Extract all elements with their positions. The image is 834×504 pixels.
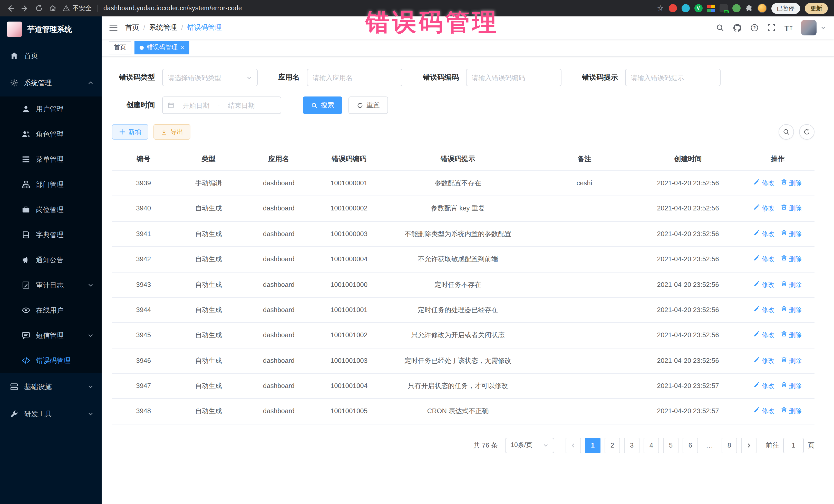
pager-more-icon[interactable]: ... [702,438,718,453]
row-actions: 修改删除 [741,221,814,247]
refresh-button[interactable] [799,124,814,139]
sidebar-item-post[interactable]: 岗位管理 [0,197,102,222]
error-type-select-input[interactable] [168,74,243,81]
hamburger-icon[interactable] [109,24,118,32]
edit-button[interactable]: 修改 [753,331,774,341]
delete-button[interactable]: 删除 [781,280,802,290]
extensions-puzzle-icon[interactable] [745,4,753,12]
extension-icon-grid[interactable] [707,4,715,12]
sidebar-item-infrastructure[interactable]: 基础设施 [0,373,102,400]
browser-home-icon[interactable] [49,4,57,12]
error-type-select[interactable] [162,69,258,86]
edit-button[interactable]: 修改 [753,255,774,265]
delete-button[interactable]: 删除 [781,179,802,189]
error-code-input-box[interactable] [466,69,562,86]
delete-button[interactable]: 删除 [781,255,802,265]
page-button-5[interactable]: 5 [663,438,679,453]
page-button-8[interactable]: 8 [722,438,737,453]
sidebar-item-label: 部门管理 [36,180,93,189]
date-range-picker[interactable]: - [162,96,281,114]
avatar[interactable] [801,20,816,36]
export-button[interactable]: 导出 [153,124,191,139]
extension-icon-red[interactable] [668,4,677,12]
goto-page-input[interactable] [783,438,804,453]
paused-badge[interactable]: 已暂停 [771,3,800,14]
security-indicator[interactable]: 不安全 [63,4,92,13]
add-button[interactable]: 新增 [112,124,148,139]
app-name-input[interactable] [312,74,397,81]
end-date-input[interactable] [223,101,260,109]
error-hint-input[interactable] [631,74,715,81]
sidebar-item-dictionary[interactable]: 字典管理 [0,222,102,247]
sidebar-item-audit-log[interactable]: 审计日志 [0,272,102,298]
extension-icon-green[interactable]: V [694,4,702,12]
extension-icon-dark[interactable]: on [719,4,727,12]
start-date-input[interactable] [178,101,215,109]
toggle-search-button[interactable] [778,124,794,139]
tab-home[interactable]: 首页 [109,41,131,54]
search-button[interactable]: 搜索 [303,96,342,114]
sidebar-item-sms[interactable]: 短信管理 [0,323,102,348]
delete-button[interactable]: 删除 [781,204,802,214]
error-hint-input-box[interactable] [625,69,721,86]
help-icon[interactable]: ? [751,24,759,32]
edit-button[interactable]: 修改 [753,280,774,290]
edit-button[interactable]: 修改 [753,305,774,315]
bookmark-star-icon[interactable]: ☆ [657,4,664,13]
delete-button[interactable]: 删除 [781,381,802,391]
prev-page-button[interactable] [566,438,581,453]
page-size-value[interactable] [511,442,540,449]
font-size-icon[interactable]: TT [785,24,792,31]
app-name-input-box[interactable] [307,69,402,86]
page-button-1[interactable]: 1 [585,438,600,453]
update-button[interactable]: 更新 [805,3,828,14]
page-button-4[interactable]: 4 [643,438,659,453]
next-page-button[interactable] [741,438,756,453]
reload-icon[interactable] [35,4,43,12]
sidebar-item-roles[interactable]: 角色管理 [0,122,102,147]
row-app: dashboard [242,323,316,348]
sidebar-item-online-users[interactable]: 在线用户 [0,298,102,323]
edit-button[interactable]: 修改 [753,356,774,366]
sidebar-item-home[interactable]: 首页 [0,42,102,69]
reset-button[interactable]: 重置 [349,96,388,114]
tab-error-code[interactable]: 错误码管理× [134,41,190,54]
page-button-6[interactable]: 6 [683,438,698,453]
delete-button[interactable]: 删除 [781,305,802,315]
logo[interactable]: 芋道管理系统 [0,17,102,42]
page-size-select[interactable] [505,438,554,453]
sidebar-item-user[interactable]: 用户管理 [0,96,102,122]
url-text[interactable]: dashboard.yudao.iocoder.cn/system/error-… [104,5,242,12]
edit-button[interactable]: 修改 [753,179,774,189]
delete-button[interactable]: 删除 [781,229,802,239]
sidebar-item-error-code[interactable]: 错误码管理 [0,348,102,373]
error-code-input[interactable] [471,74,556,81]
github-icon[interactable] [733,23,742,32]
sidebar-item-dev-tools[interactable]: 研发工具 [0,400,102,428]
breadcrumb-system[interactable]: 系统管理 [149,23,177,32]
edit-button[interactable]: 修改 [753,204,774,214]
delete-button[interactable]: 删除 [781,331,802,341]
page-button-2[interactable]: 2 [605,438,620,453]
sidebar-item-department[interactable]: 部门管理 [0,172,102,197]
sidebar-item-gear[interactable]: 系统管理 [0,69,102,96]
row-type: 自动生成 [175,196,242,221]
profile-emoji-avatar[interactable] [757,4,767,13]
fullscreen-icon[interactable] [768,24,776,32]
forward-icon[interactable] [21,4,29,13]
sidebar-item-menu-list[interactable]: 菜单管理 [0,147,102,172]
sidebar-item-announcement[interactable]: 通知公告 [0,247,102,272]
extension-icon-leaf[interactable] [732,4,740,12]
edit-button[interactable]: 修改 [753,407,774,417]
breadcrumb-home[interactable]: 首页 [125,23,139,32]
page-button-3[interactable]: 3 [624,438,639,453]
delete-button[interactable]: 删除 [781,356,802,366]
chevron-down-icon[interactable] [821,25,826,30]
close-icon[interactable]: × [181,44,184,50]
back-icon[interactable] [6,4,15,13]
delete-button[interactable]: 删除 [781,407,802,417]
extension-icon-teal[interactable] [681,4,689,12]
edit-button[interactable]: 修改 [753,229,774,239]
edit-button[interactable]: 修改 [753,381,774,391]
search-icon[interactable] [716,24,724,32]
